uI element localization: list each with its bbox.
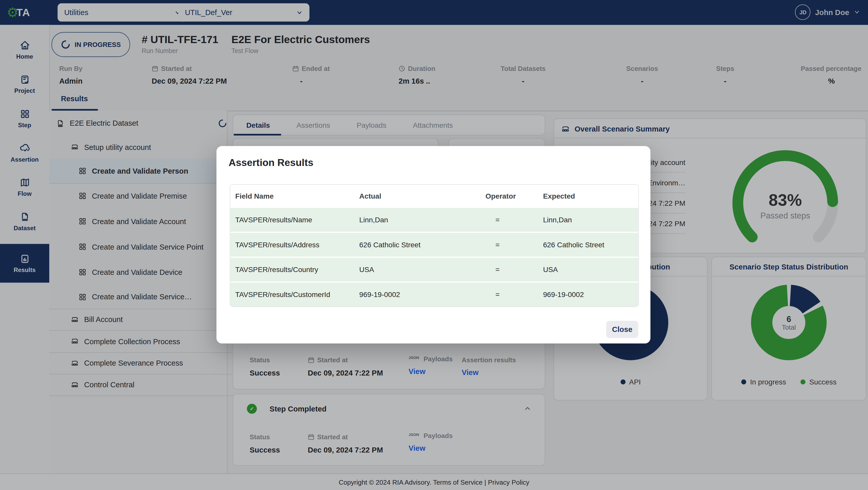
cell-expected: USA [538, 265, 639, 274]
close-button[interactable]: Close [606, 321, 639, 338]
table-row: TAVSPER/results/Name Linn,Dan = Linn,Dan [230, 207, 639, 232]
cell-operator: = [480, 241, 538, 249]
col-field-name: Field Name [230, 192, 354, 200]
cell-expected: Linn,Dan [538, 216, 639, 224]
cell-field: TAVSPER/results/CustomerId [230, 290, 354, 299]
assertion-table: Field Name Actual Operator Expected TAVS… [229, 184, 639, 307]
table-row: TAVSPER/results/Address 626 Catholic Str… [230, 232, 639, 257]
col-expected: Expected [538, 192, 639, 200]
table-row: TAVSPER/results/CustomerId 969-19-0002 =… [230, 282, 639, 306]
cell-actual: 626 Catholic Street [354, 241, 481, 249]
cell-operator: = [480, 216, 538, 224]
cell-field: TAVSPER/results/Name [230, 216, 354, 224]
cell-operator: = [480, 265, 538, 274]
assertion-results-modal: Assertion Results Field Name Actual Oper… [216, 146, 650, 344]
cell-actual: Linn,Dan [354, 216, 481, 224]
table-row: TAVSPER/results/Country USA = USA [230, 257, 639, 282]
cell-actual: USA [354, 265, 481, 274]
table-header-row: Field Name Actual Operator Expected [230, 185, 639, 207]
cell-expected: 626 Catholic Street [538, 241, 639, 249]
modal-title: Assertion Results [228, 157, 313, 169]
cell-operator: = [480, 290, 538, 299]
col-actual: Actual [354, 192, 481, 200]
cell-field: TAVSPER/results/Country [230, 265, 354, 274]
cell-actual: 969-19-0002 [354, 290, 481, 299]
app-root: ⚙ TA Utilities UTIL_Def_Ver JD John Doe … [0, 0, 868, 490]
col-operator: Operator [480, 192, 538, 200]
cell-expected: 969-19-0002 [538, 290, 639, 299]
cell-field: TAVSPER/results/Address [230, 241, 354, 249]
